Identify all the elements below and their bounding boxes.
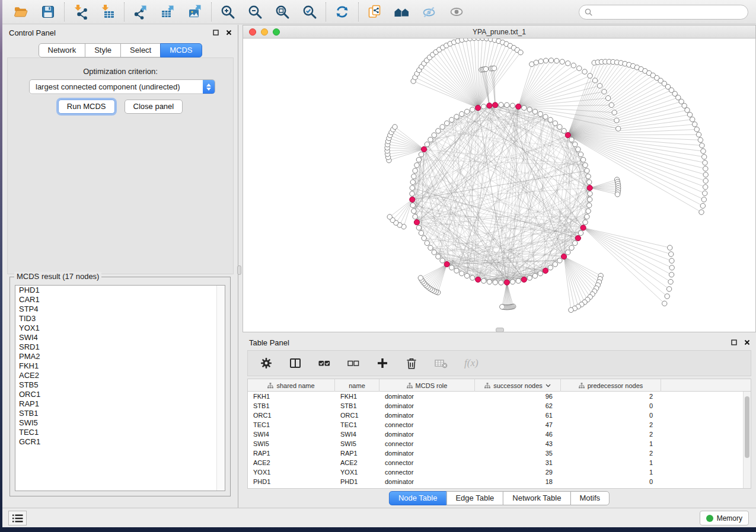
table-cell[interactable]: connector (379, 459, 475, 466)
mcds-node[interactable] (516, 104, 521, 109)
network-node[interactable] (428, 245, 433, 250)
network-node[interactable] (576, 147, 580, 152)
network-node[interactable] (483, 66, 488, 71)
network-node[interactable] (553, 262, 557, 267)
table-row[interactable]: STB1STB1dominator620 (248, 401, 751, 411)
column-header-successor-nodes[interactable]: successor nodes (475, 379, 561, 392)
table-cell[interactable]: 18 (475, 478, 561, 485)
table-cell[interactable]: PHD1 (335, 478, 379, 485)
table-cell[interactable]: dominator (379, 478, 475, 485)
table-cell[interactable]: TEC1 (248, 421, 335, 428)
table-cell[interactable]: TEC1 (335, 421, 379, 428)
network-node[interactable] (569, 245, 574, 250)
mcds-node[interactable] (487, 103, 492, 108)
table-cell[interactable]: 2 (561, 393, 661, 400)
network-node[interactable] (696, 132, 701, 137)
network-node[interactable] (602, 89, 607, 94)
table-row[interactable]: PHD1PHD1dominator180 (248, 477, 751, 486)
network-node[interactable] (532, 273, 537, 278)
table-row[interactable]: YOX1YOX1connector291 (248, 467, 751, 477)
table-cell[interactable]: YOX1 (335, 469, 379, 476)
network-node[interactable] (577, 66, 582, 70)
network-node[interactable] (571, 63, 576, 68)
tab-node-table[interactable]: Node Table (389, 491, 447, 505)
deselect-all-icon[interactable] (347, 357, 360, 370)
network-node[interactable] (487, 280, 492, 284)
network-node[interactable] (459, 111, 464, 116)
network-node[interactable] (454, 268, 459, 273)
network-node[interactable] (669, 258, 674, 263)
mcds-node[interactable] (476, 277, 481, 282)
table-cell[interactable]: SWI5 (335, 440, 379, 447)
network-node[interactable] (585, 214, 589, 219)
criterion-dropdown[interactable]: largest connected component (undirected) (29, 79, 215, 94)
table-cell[interactable]: YOX1 (248, 469, 335, 476)
network-node[interactable] (414, 163, 419, 168)
network-node[interactable] (393, 124, 397, 129)
memory-button[interactable]: Memory (700, 511, 749, 525)
mcds-result-list[interactable]: PHD1CAR1STP4TID3YOX1SWI4SRD1PMA2FKH1ACE2… (15, 285, 225, 491)
hide-selected-icon[interactable] (421, 4, 438, 20)
table-row[interactable]: SWI5SWI5connector431 (248, 439, 751, 448)
network-node[interactable] (557, 124, 562, 129)
network-node[interactable] (440, 124, 445, 129)
table-cell[interactable]: dominator (379, 412, 475, 419)
network-node[interactable] (668, 279, 673, 284)
mcds-node[interactable] (521, 277, 527, 282)
mcds-node[interactable] (493, 102, 498, 108)
network-node[interactable] (609, 102, 614, 107)
close-panel-icon[interactable] (226, 30, 232, 36)
network-node[interactable] (538, 111, 543, 116)
network-node[interactable] (449, 117, 454, 122)
table-cell[interactable]: connector (379, 421, 475, 428)
zoom-selected-icon[interactable] (301, 4, 318, 20)
table-cell[interactable]: 2 (561, 421, 661, 428)
network-node[interactable] (436, 254, 441, 259)
tab-mcds[interactable]: MCDS (160, 43, 202, 57)
network-node[interactable] (500, 305, 505, 309)
table-cell[interactable]: PHD1 (248, 478, 335, 485)
network-node[interactable] (444, 121, 449, 126)
network-node[interactable] (422, 236, 426, 241)
network-node[interactable] (418, 275, 423, 280)
mcds-result-item[interactable]: ACE2 (15, 371, 225, 380)
network-node[interactable] (538, 271, 543, 275)
network-node[interactable] (492, 66, 496, 70)
network-node[interactable] (703, 191, 707, 196)
network-node[interactable] (682, 103, 687, 108)
network-node[interactable] (615, 192, 620, 197)
mcds-result-item[interactable]: ORC1 (15, 390, 225, 399)
network-node[interactable] (573, 241, 578, 245)
network-node[interactable] (566, 61, 570, 66)
network-node[interactable] (669, 265, 674, 270)
network-node[interactable] (416, 157, 421, 162)
zoom-fit-icon[interactable] (274, 4, 291, 20)
network-node[interactable] (703, 185, 707, 190)
table-cell[interactable]: connector (379, 440, 475, 447)
network-node[interactable] (701, 155, 706, 159)
mcds-result-item[interactable]: TEC1 (15, 428, 225, 437)
table-cell[interactable]: 0 (561, 478, 661, 485)
network-node[interactable] (419, 230, 423, 235)
float-panel-icon[interactable] (731, 339, 737, 345)
network-node[interactable] (410, 191, 414, 196)
table-cell[interactable]: dominator (379, 393, 475, 400)
network-node[interactable] (387, 214, 392, 219)
network-node[interactable] (470, 275, 475, 280)
network-node[interactable] (538, 59, 543, 63)
network-node[interactable] (505, 102, 509, 107)
network-node[interactable] (614, 118, 619, 123)
network-node[interactable] (410, 185, 414, 190)
table-cell[interactable]: SWI4 (335, 431, 379, 438)
network-node[interactable] (698, 137, 703, 142)
network-node[interactable] (554, 58, 559, 63)
network-node[interactable] (566, 250, 570, 255)
network-node[interactable] (481, 104, 486, 109)
network-node[interactable] (701, 197, 706, 202)
network-node[interactable] (582, 69, 587, 74)
network-node[interactable] (428, 137, 433, 142)
first-neighbors-icon[interactable] (394, 4, 410, 20)
add-row-icon[interactable] (376, 357, 389, 370)
table-cell[interactable]: ACE2 (248, 459, 335, 466)
tab-edge-table[interactable]: Edge Table (446, 491, 503, 505)
